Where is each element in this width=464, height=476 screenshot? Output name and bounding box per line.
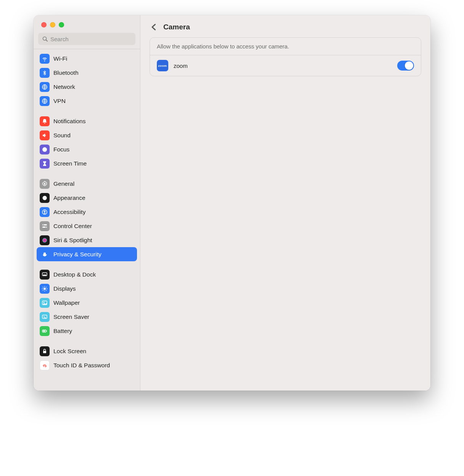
sidebar-item-focus[interactable]: Focus	[37, 142, 137, 156]
sidebar-item-label: Network	[53, 84, 75, 90]
sidebar-item-desktop-dock[interactable]: Desktop & Dock	[37, 267, 137, 281]
network-icon	[40, 82, 50, 92]
sidebar-item-label: VPN	[53, 98, 66, 105]
sidebar-item-label: Accessibility	[53, 209, 85, 215]
sidebar-item-label: Battery	[53, 328, 72, 334]
accessibility-icon	[40, 207, 50, 217]
sidebar-item-wifi[interactable]: Wi-Fi	[37, 51, 137, 66]
sidebar-item-bluetooth[interactable]: Bluetooth	[37, 66, 137, 80]
sidebar-item-label: Control Center	[53, 223, 92, 230]
sidebar: Wi-FiBluetoothNetworkVPNNotificationsSou…	[34, 15, 140, 391]
settings-window: Wi-FiBluetoothNetworkVPNNotificationsSou…	[34, 15, 430, 391]
gear-icon	[40, 179, 50, 189]
search-field[interactable]	[38, 33, 135, 45]
sidebar-item-siri[interactable]: Siri & Spotlight	[37, 233, 137, 247]
close-window-button[interactable]	[41, 22, 47, 27]
lock-icon	[40, 346, 50, 356]
sidebar-item-notifications[interactable]: Notifications	[37, 114, 137, 128]
sidebar-item-sound[interactable]: Sound	[37, 128, 137, 142]
back-button[interactable]	[150, 23, 158, 31]
switches-icon	[40, 221, 50, 231]
sidebar-item-accessibility[interactable]: Accessibility	[37, 205, 137, 219]
sidebar-item-label: Desktop & Dock	[53, 271, 96, 278]
sidebar-item-vpn[interactable]: VPN	[37, 94, 137, 108]
sidebar-item-general[interactable]: General	[37, 177, 137, 191]
sidebar-item-battery[interactable]: Battery	[37, 324, 137, 338]
displays-icon	[40, 284, 50, 294]
appearance-icon	[40, 193, 50, 203]
sidebar-item-label: Touch ID & Password	[53, 362, 110, 369]
sidebar-item-network[interactable]: Network	[37, 80, 137, 94]
fingerprint-icon	[40, 360, 50, 370]
hourglass-icon	[40, 159, 50, 169]
wifi-icon	[40, 54, 50, 64]
minimize-window-button[interactable]	[50, 22, 55, 27]
sidebar-item-label: Wallpaper	[53, 299, 80, 306]
sidebar-item-label: Lock Screen	[53, 348, 86, 355]
sidebar-item-screen-saver[interactable]: Screen Saver	[37, 310, 137, 324]
sidebar-item-label: Screen Saver	[53, 314, 89, 320]
sidebar-item-screen-time[interactable]: Screen Time	[37, 156, 137, 170]
search-icon	[42, 36, 48, 42]
main-content: Camera Allow the applications below to a…	[140, 15, 430, 391]
sidebar-item-control-center[interactable]: Control Center	[37, 219, 137, 233]
sidebar-item-lock-screen[interactable]: Lock Screen	[37, 344, 137, 358]
bluetooth-icon	[40, 68, 50, 78]
sidebar-item-label: Siri & Spotlight	[53, 237, 92, 244]
sidebar-item-label: Displays	[53, 285, 76, 292]
sidebar-item-label: Focus	[53, 146, 69, 153]
sound-icon	[40, 130, 50, 140]
sidebar-item-label: Screen Time	[53, 160, 87, 167]
dock-icon	[40, 270, 50, 280]
sidebar-item-label: Appearance	[53, 195, 85, 201]
screensaver-icon	[40, 312, 50, 322]
sidebar-item-label: Bluetooth	[53, 69, 79, 76]
moon-icon	[40, 145, 50, 154]
siri-icon	[40, 235, 50, 245]
page-title: Camera	[163, 23, 190, 31]
app-icon: zoom	[157, 60, 168, 71]
vpn-icon	[40, 96, 50, 106]
sidebar-item-label: Wi-Fi	[53, 55, 67, 62]
sidebar-item-label: General	[53, 180, 74, 187]
sidebar-item-displays[interactable]: Displays	[37, 281, 137, 296]
main-header: Camera	[140, 15, 430, 37]
sidebar-item-touch-id[interactable]: Touch ID & Password	[37, 358, 137, 372]
search-input[interactable]	[50, 36, 132, 42]
fullscreen-window-button[interactable]	[59, 22, 64, 27]
sidebar-item-privacy[interactable]: Privacy & Security	[37, 247, 137, 261]
sidebar-item-label: Sound	[53, 132, 71, 139]
hand-icon	[40, 249, 50, 259]
app-access-toggle[interactable]	[397, 61, 414, 71]
bell-icon	[40, 116, 50, 126]
sidebar-item-wallpaper[interactable]: Wallpaper	[37, 296, 137, 310]
app-name-label: zoom	[174, 63, 392, 69]
panel-description: Allow the applications below to access y…	[150, 38, 421, 55]
sidebar-item-label: Notifications	[53, 118, 85, 125]
app-row-zoom: zoomzoom	[150, 55, 421, 76]
battery-icon	[40, 326, 50, 336]
camera-access-panel: Allow the applications below to access y…	[150, 37, 421, 76]
window-controls	[34, 15, 140, 33]
wallpaper-icon	[40, 298, 50, 308]
sidebar-item-appearance[interactable]: Appearance	[37, 191, 137, 205]
sidebar-item-label: Privacy & Security	[53, 251, 102, 258]
